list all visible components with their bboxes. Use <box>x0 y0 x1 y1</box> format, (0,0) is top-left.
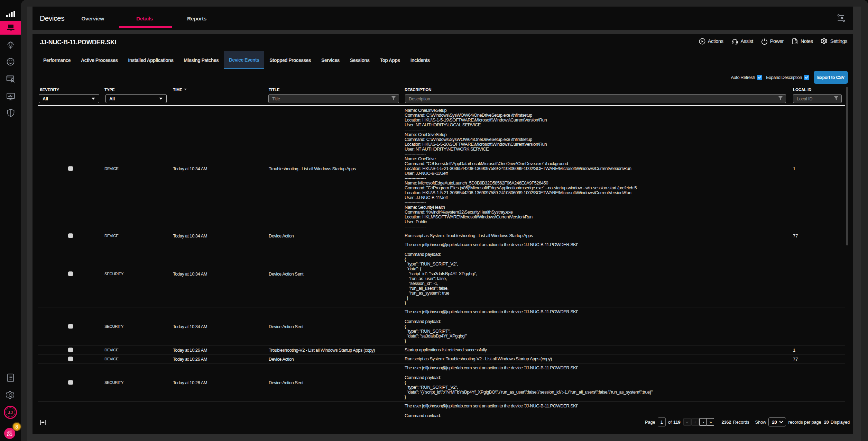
local-id-filter-input[interactable]: Local ID <box>793 94 842 103</box>
column-header-severity[interactable]: SEVERITY <box>40 88 59 92</box>
event-description: The user jeffjohnson@jupiterlab.com sent… <box>405 366 845 399</box>
funnel-icon <box>778 96 783 101</box>
sidebar-item-security[interactable] <box>0 105 21 120</box>
event-time: Today at 10:34 AM <box>173 271 207 276</box>
sliders-icon <box>837 14 846 22</box>
chevron-down-icon <box>92 98 95 100</box>
table-row[interactable]: SECURITY Today at 10:34 AM Device Action… <box>38 240 845 307</box>
column-header-time[interactable]: TIME <box>173 88 187 92</box>
page-size-select[interactable]: 20 <box>768 417 786 426</box>
table-row[interactable]: DEVICE Today at 10:34 AM Troubleshooting… <box>38 106 845 231</box>
actions-button[interactable]: Actions <box>699 38 723 45</box>
event-title: Device Action Sent <box>269 380 303 385</box>
play-circle-icon <box>699 38 705 45</box>
sidebar-item-devices[interactable] <box>0 21 21 35</box>
check-icon <box>758 76 761 79</box>
column-header-type[interactable]: TYPE <box>104 88 115 92</box>
subtab-incidents[interactable]: Incidents <box>405 51 435 69</box>
event-description: The user jeffjohnson@jupiterlab.com sent… <box>405 242 845 305</box>
event-type: SECURITY <box>104 380 123 385</box>
event-time: Today at 10:26 AM <box>173 356 207 361</box>
export-to-csv-button[interactable]: Export to CSV <box>814 71 848 84</box>
subtab-missing-patches[interactable]: Missing Patches <box>178 51 224 69</box>
notes-label: Notes <box>801 38 813 44</box>
table-row[interactable]: SECURITY Today at 10:34 AM Device Action… <box>38 307 845 345</box>
row-checkbox[interactable] <box>68 357 73 361</box>
sidebar-item-remote-support[interactable] <box>0 37 21 53</box>
table-row[interactable]: DEVICE Today at 10:26 AM Device Action R… <box>38 354 845 363</box>
description-filter-input[interactable]: Description <box>405 94 786 103</box>
event-local-id: 77 <box>793 356 798 361</box>
settings-button[interactable]: Settings <box>821 38 847 45</box>
tab-details[interactable]: Details <box>136 16 153 22</box>
notes-button[interactable]: Notes <box>792 38 813 45</box>
table-row[interactable]: The user jeffjohnson@jupiterlab.com sent… <box>38 402 845 417</box>
sidebar-item-activity-log[interactable] <box>0 370 21 385</box>
chevron-down-icon <box>779 419 783 423</box>
previous-page-button[interactable]: ‹ <box>691 418 699 426</box>
sidebar-item-end-user[interactable] <box>0 54 21 69</box>
first-page-button[interactable]: « <box>683 418 691 426</box>
row-checkbox[interactable] <box>68 348 73 352</box>
tab-overview[interactable]: Overview <box>81 16 104 22</box>
subtab-device-events[interactable]: Device Events <box>224 51 264 69</box>
event-title: Device Action Sent <box>269 324 303 329</box>
laptop-icon <box>6 24 16 32</box>
event-type: SECURITY <box>104 272 123 276</box>
user-avatar[interactable]: JJ <box>4 406 17 419</box>
auto-refresh-label: Auto Refresh <box>731 75 755 80</box>
subtab-active-processes[interactable]: Active Processes <box>76 51 123 69</box>
subtab-installed-applications[interactable]: Installed Applications <box>123 51 178 69</box>
title-filter-input[interactable]: Title <box>268 94 399 103</box>
event-title: Troubleshooting-V2 - List all Windows St… <box>269 347 375 352</box>
event-time: Today at 10:34 AM <box>173 233 207 238</box>
type-filter-select[interactable]: All <box>105 94 167 103</box>
power-button[interactable]: Power <box>761 38 784 45</box>
event-description: Run script as System: Troubleshooting - … <box>405 233 845 238</box>
assist-button[interactable]: Assist <box>731 38 753 45</box>
event-title: Device Action <box>269 356 294 361</box>
local-id-filter-placeholder: Local ID <box>797 96 812 101</box>
event-title: Troubleshooting - List all Windows Start… <box>269 166 356 171</box>
event-title: Device Action Sent <box>269 271 303 276</box>
severity-filter-select[interactable]: All <box>39 94 99 103</box>
pagination-bar: Page 1 of 119 « ‹ › » 2362 Records Show <box>645 417 850 427</box>
displayed-label: Displayed <box>831 420 850 425</box>
fit-width-button[interactable] <box>40 420 46 426</box>
auto-refresh-checkbox[interactable] <box>757 75 762 80</box>
column-header-local-id[interactable]: LOCAL ID <box>793 88 811 92</box>
event-description: Run script as System: Troubleshooting-V2… <box>405 357 845 361</box>
row-checkbox[interactable] <box>68 233 73 238</box>
table-row[interactable]: SECURITY Today at 10:26 AM Device Action… <box>38 363 845 402</box>
table-scrollbar-thumb[interactable] <box>846 87 848 245</box>
subtab-services[interactable]: Services <box>316 51 345 69</box>
last-page-button[interactable]: » <box>707 418 714 426</box>
column-header-title[interactable]: TITLE <box>269 88 279 92</box>
page-number-input[interactable]: 1 <box>658 417 666 426</box>
subtab-sessions[interactable]: Sessions <box>345 51 375 69</box>
notification-badge[interactable]: 8 <box>13 423 21 431</box>
subtab-top-apps[interactable]: Top Apps <box>375 51 405 69</box>
row-checkbox[interactable] <box>68 380 73 385</box>
column-header-description[interactable]: DESCRIPTION <box>405 88 432 92</box>
subtab-performance[interactable]: Performance <box>38 51 76 69</box>
expand-description-checkbox[interactable] <box>804 75 809 80</box>
view-settings-button[interactable] <box>837 14 846 24</box>
show-label: Show <box>755 420 766 425</box>
row-checkbox[interactable] <box>68 166 73 171</box>
page-size-value: 20 <box>772 420 777 425</box>
sidebar-item-monitoring[interactable] <box>0 89 21 104</box>
sidebar-item-user-sessions[interactable] <box>0 71 21 86</box>
ninja-help-button[interactable] <box>4 428 15 439</box>
row-checkbox[interactable] <box>68 324 73 329</box>
table-row[interactable]: DEVICE Today at 10:26 AM Troubleshooting… <box>38 345 845 354</box>
row-checkbox[interactable] <box>68 271 73 276</box>
next-page-button[interactable]: › <box>699 418 707 426</box>
subtab-stopped-processes[interactable]: Stopped Processes <box>264 51 316 69</box>
event-local-id: 1 <box>793 166 795 171</box>
brand-signal-bars-icon <box>0 10 21 18</box>
actions-label: Actions <box>708 38 723 44</box>
table-row[interactable]: DEVICE Today at 10:34 AM Device Action R… <box>38 231 845 240</box>
sidebar-item-administration[interactable] <box>0 387 21 403</box>
tab-reports[interactable]: Reports <box>187 16 206 22</box>
